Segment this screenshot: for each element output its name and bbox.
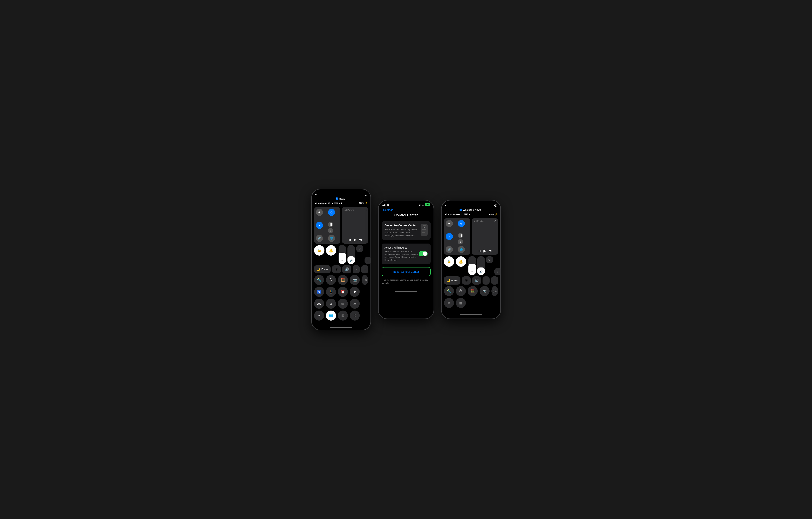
airplay-icon[interactable]: ⬡ [365,209,367,212]
favorite-button-r[interactable]: ♡ [486,256,493,263]
timer-button-r[interactable]: ⏱ [456,286,466,296]
power-icon-right[interactable]: ⏻ [494,202,497,208]
preview-time: 9:41 [423,227,425,228]
airdrop-button-r[interactable]: ◎ [458,220,465,227]
brightness-slider-r[interactable]: ☀ [468,256,476,275]
soundwave-button[interactable]: ≋ [350,299,360,309]
location2-icon: ◉ [341,202,342,204]
cellular-button[interactable]: ▐▐ [328,222,333,227]
volume-slider-r[interactable]: 🔊 [477,256,485,275]
phone-middle: 11:45 ▲ 100 ‹ Settings Control Center [378,200,434,319]
battery-icon: ⚡ [365,202,368,204]
globe-button[interactable]: 🌐 [328,235,335,242]
reset-control-center-button[interactable]: Reset Control Center [382,267,431,276]
play-pause-button[interactable]: ▶ [354,238,356,242]
airplay-icon-right[interactable]: ⬡ [494,220,496,223]
app-banner: News › [312,197,371,201]
scan-button[interactable]: ⁚⁚ [350,310,360,321]
prev-track-button-r[interactable]: ⏮ [478,249,481,252]
prev-track-button[interactable]: ⏮ [348,238,351,241]
mute-button[interactable]: 🔔 [326,245,336,255]
brightness-slider[interactable]: ☀ [339,245,346,264]
brightness-button-r[interactable]: ☀ [462,276,471,284]
volume-slider[interactable]: 🔊 [347,245,355,264]
calculator-button-r[interactable]: 🧮 [468,286,478,296]
home-control-button[interactable]: ⌂ [361,265,368,273]
music-note-button-r[interactable]: ♪ [494,268,500,275]
music-button-r[interactable]: ♪ [483,276,490,284]
now-playing-label: Not Playing [344,209,354,211]
qr-scan-button-r[interactable]: ▦ [456,298,466,308]
app-title-right[interactable]: Weather & News › [460,209,482,211]
add-button[interactable]: + [315,191,317,197]
now-playing-widget[interactable]: Not Playing ⬡ ⏮ ▶ ⏭ [342,207,368,244]
text-size-button[interactable]: AA [314,299,324,309]
display-button[interactable]: ☀ [314,310,324,321]
next-track-button-r[interactable]: ⏭ [489,249,492,252]
focus-button-r[interactable]: 🌙 Focus [444,276,460,284]
focus-button[interactable]: 🌙 Focus [314,265,330,273]
screen-rotation-button[interactable]: 🔒 [314,245,324,255]
bluetooth-button-r[interactable]: β [458,239,463,244]
hotspot-button-r[interactable]: 🔗 [446,246,453,253]
signal-button-r[interactable]: ((·)) [491,286,498,296]
record-button[interactable]: ⏺ [350,287,360,297]
music-note-button[interactable]: ♪ [365,257,371,264]
media-controls[interactable]: ⏮ ▶ ⏭ [344,238,367,242]
next-track-button[interactable]: ⏭ [359,238,362,241]
camera-button[interactable]: 📷 [350,275,360,285]
globe-button-r[interactable]: 🌐 [458,246,465,253]
signal-icon-mid [419,204,421,206]
mute-button-r[interactable]: 🔔 [456,256,466,267]
accessibility-button[interactable]: ♿ [314,287,324,297]
music-button[interactable]: ♪ [353,265,360,273]
airplane-mode-button[interactable]: ✈ [316,209,323,216]
flashlight-button[interactable]: 🔦 [314,275,324,285]
add-button-right[interactable]: + [445,202,447,208]
app-icon [336,197,338,200]
screen-rotation-button-r[interactable]: 🔒 [444,256,454,267]
media-controls-right[interactable]: ⏮ ▶ ⏭ [474,249,496,253]
camera-button-r[interactable]: 📷 [480,286,490,296]
volume-button[interactable]: 🔊 [342,265,351,273]
wifi-button-r[interactable]: ▲ [446,233,453,240]
home-app-button[interactable]: ⌂ [326,299,336,309]
preview-notch [423,225,426,226]
favorite-button[interactable]: ♡ [356,245,363,252]
moon-icon-r: 🌙 [446,279,450,282]
phone-preview-widget: 9:41 [420,224,428,236]
app-title[interactable]: News › [336,197,346,200]
back-label[interactable]: Settings [383,208,393,212]
volume-button-r[interactable]: 🔊 [472,276,481,284]
screen-mirror-button-r[interactable]: ⧉ [444,298,454,308]
remote-button[interactable]: 📱 [326,287,336,297]
add-control-button[interactable]: ⊞ [338,310,348,321]
signal-icon [315,202,317,204]
airdrop-button[interactable]: ◎ [328,209,335,216]
now-playing-widget-right[interactable]: Not Playing ⬡ ⏮ ▶ ⏭ [472,218,498,255]
flashlight-button-r[interactable]: 🔦 [444,286,454,296]
battery-icon-right: ⚡ [495,213,497,216]
home-control-button-r[interactable]: ⌂ [491,276,498,284]
home-indicator-right[interactable] [460,314,482,315]
airplane-mode-button-r[interactable]: ✈ [446,220,453,227]
home-indicator-mid[interactable] [395,291,417,292]
battery-widget-button[interactable]: ▭ [338,299,348,309]
home-indicator[interactable] [330,327,352,328]
location-icon-right: ◉ [469,213,470,215]
back-chevron-icon[interactable]: ‹ [382,208,382,212]
calculator-button[interactable]: 🧮 [338,275,348,285]
brightness-button[interactable]: ☀ [332,265,341,273]
play-pause-button-r[interactable]: ▶ [484,249,486,253]
customize-card[interactable]: Customize Control Center Swipe down from… [382,221,431,240]
access-toggle[interactable] [419,251,428,256]
cellular-button-r[interactable]: ▐▐ [458,233,463,238]
personal-hotspot-button[interactable]: 🔗 [316,235,323,242]
network-button[interactable]: 🌐 [326,310,336,321]
signal-button[interactable]: ((·)) [361,275,368,285]
scene: + ⏻ News › vodafon [312,189,501,330]
wifi-button[interactable]: ▲ [316,222,323,229]
alarm-button[interactable]: ⏰ [338,287,348,297]
timer-button[interactable]: ⏱ [326,275,336,285]
bluetooth-button[interactable]: β [328,228,333,233]
